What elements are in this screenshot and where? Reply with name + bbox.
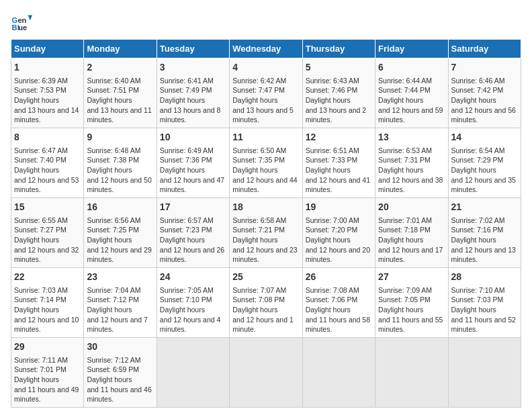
calendar-cell: 16Sunrise: 6:56 AMSunset: 7:25 PMDayligh… — [84, 198, 157, 268]
calendar-cell: 13Sunrise: 6:53 AMSunset: 7:31 PMDayligh… — [375, 128, 448, 198]
day-number: 22 — [14, 271, 81, 284]
day-number: 3 — [160, 61, 226, 75]
calendar-cell: 24Sunrise: 7:05 AMSunset: 7:10 PMDayligh… — [157, 268, 229, 338]
cell-content: Sunrise: 7:05 AMSunset: 7:10 PMDaylight … — [160, 285, 226, 334]
day-number: 25 — [232, 271, 299, 284]
cell-content: Sunrise: 6:47 AMSunset: 7:40 PMDaylight … — [14, 146, 81, 195]
day-number: 14 — [451, 131, 518, 144]
calendar-cell: 5Sunrise: 6:43 AMSunset: 7:46 PMDaylight… — [302, 58, 375, 128]
calendar-cell: 29Sunrise: 7:11 AMSunset: 7:01 PMDayligh… — [11, 338, 84, 408]
cell-content: Sunrise: 7:10 AMSunset: 7:03 PMDaylight … — [451, 285, 518, 334]
calendar-cell — [448, 338, 521, 408]
svg-text:ue: ue — [18, 24, 27, 32]
calendar-cell — [157, 338, 229, 408]
column-header-monday: Monday — [84, 40, 157, 58]
day-number: 29 — [14, 340, 81, 354]
cell-content: Sunrise: 6:39 AMSunset: 7:53 PMDaylight … — [14, 76, 81, 125]
calendar-week-1: 1Sunrise: 6:39 AMSunset: 7:53 PMDaylight… — [11, 58, 521, 128]
cell-content: Sunrise: 6:48 AMSunset: 7:38 PMDaylight … — [87, 146, 153, 195]
calendar-table: SundayMondayTuesdayWednesdayThursdayFrid… — [11, 39, 521, 408]
column-header-saturday: Saturday — [448, 40, 521, 58]
cell-content: Sunrise: 7:03 AMSunset: 7:14 PMDaylight … — [14, 285, 81, 334]
day-number: 2 — [87, 61, 153, 75]
day-number: 30 — [87, 340, 153, 354]
calendar-cell: 20Sunrise: 7:01 AMSunset: 7:18 PMDayligh… — [375, 198, 448, 268]
day-number: 20 — [378, 201, 445, 214]
day-number: 11 — [232, 131, 299, 144]
day-number: 4 — [232, 61, 299, 75]
day-number: 10 — [160, 131, 226, 144]
day-number: 23 — [87, 271, 153, 284]
cell-content: Sunrise: 7:00 AMSunset: 7:20 PMDaylight … — [306, 216, 372, 265]
day-number: 26 — [306, 271, 372, 284]
calendar-cell: 2Sunrise: 6:40 AMSunset: 7:51 PMDaylight… — [84, 58, 157, 128]
calendar-cell — [302, 338, 375, 408]
day-number: 17 — [160, 201, 226, 214]
cell-content: Sunrise: 6:50 AMSunset: 7:35 PMDaylight … — [232, 146, 299, 195]
svg-text:G: G — [12, 16, 18, 24]
page-header: G en Bl ue — [11, 11, 521, 32]
day-number: 21 — [451, 201, 518, 214]
column-header-friday: Friday — [375, 40, 448, 58]
calendar-cell — [375, 338, 448, 408]
day-number: 27 — [378, 271, 445, 284]
calendar-cell: 9Sunrise: 6:48 AMSunset: 7:38 PMDaylight… — [84, 128, 157, 198]
calendar-cell: 8Sunrise: 6:47 AMSunset: 7:40 PMDaylight… — [11, 128, 84, 198]
calendar-cell: 23Sunrise: 7:04 AMSunset: 7:12 PMDayligh… — [84, 268, 157, 338]
calendar-cell: 30Sunrise: 7:12 AMSunset: 6:59 PMDayligh… — [84, 338, 157, 408]
calendar-week-5: 29Sunrise: 7:11 AMSunset: 7:01 PMDayligh… — [11, 338, 521, 408]
calendar-cell: 19Sunrise: 7:00 AMSunset: 7:20 PMDayligh… — [302, 198, 375, 268]
cell-content: Sunrise: 6:58 AMSunset: 7:21 PMDaylight … — [232, 216, 299, 265]
day-number: 8 — [14, 131, 81, 144]
calendar-cell: 7Sunrise: 6:46 AMSunset: 7:42 PMDaylight… — [448, 58, 521, 128]
calendar-header-row: SundayMondayTuesdayWednesdayThursdayFrid… — [11, 40, 521, 58]
column-header-thursday: Thursday — [302, 40, 375, 58]
calendar-cell: 3Sunrise: 6:41 AMSunset: 7:49 PMDaylight… — [157, 58, 229, 128]
day-number: 28 — [451, 271, 518, 284]
day-number: 15 — [14, 201, 81, 214]
calendar-week-3: 15Sunrise: 6:55 AMSunset: 7:27 PMDayligh… — [11, 198, 521, 268]
column-header-wednesday: Wednesday — [230, 40, 302, 58]
day-number: 19 — [306, 201, 372, 214]
cell-content: Sunrise: 6:54 AMSunset: 7:29 PMDaylight … — [451, 146, 518, 195]
day-number: 7 — [451, 61, 518, 75]
day-number: 6 — [378, 61, 445, 75]
calendar-cell: 1Sunrise: 6:39 AMSunset: 7:53 PMDaylight… — [11, 58, 84, 128]
cell-content: Sunrise: 7:11 AMSunset: 7:01 PMDaylight … — [14, 355, 81, 404]
calendar-cell: 11Sunrise: 6:50 AMSunset: 7:35 PMDayligh… — [230, 128, 302, 198]
calendar-cell: 6Sunrise: 6:44 AMSunset: 7:44 PMDaylight… — [375, 58, 448, 128]
calendar-week-2: 8Sunrise: 6:47 AMSunset: 7:40 PMDaylight… — [11, 128, 521, 198]
calendar-cell: 21Sunrise: 7:02 AMSunset: 7:16 PMDayligh… — [448, 198, 521, 268]
cell-content: Sunrise: 7:01 AMSunset: 7:18 PMDaylight … — [378, 216, 445, 265]
cell-content: Sunrise: 6:42 AMSunset: 7:47 PMDaylight … — [232, 76, 299, 125]
cell-content: Sunrise: 6:40 AMSunset: 7:51 PMDaylight … — [87, 76, 153, 125]
column-header-sunday: Sunday — [11, 40, 84, 58]
calendar-cell: 14Sunrise: 6:54 AMSunset: 7:29 PMDayligh… — [448, 128, 521, 198]
day-number: 12 — [306, 131, 372, 144]
calendar-cell: 26Sunrise: 7:08 AMSunset: 7:06 PMDayligh… — [302, 268, 375, 338]
calendar-cell: 4Sunrise: 6:42 AMSunset: 7:47 PMDaylight… — [230, 58, 302, 128]
cell-content: Sunrise: 6:43 AMSunset: 7:46 PMDaylight … — [306, 76, 372, 125]
calendar-cell: 25Sunrise: 7:07 AMSunset: 7:08 PMDayligh… — [230, 268, 302, 338]
calendar-cell: 10Sunrise: 6:49 AMSunset: 7:36 PMDayligh… — [157, 128, 229, 198]
day-number: 5 — [306, 61, 372, 75]
calendar-cell: 28Sunrise: 7:10 AMSunset: 7:03 PMDayligh… — [448, 268, 521, 338]
cell-content: Sunrise: 7:04 AMSunset: 7:12 PMDaylight … — [87, 285, 153, 334]
column-header-tuesday: Tuesday — [157, 40, 229, 58]
calendar-week-4: 22Sunrise: 7:03 AMSunset: 7:14 PMDayligh… — [11, 268, 521, 338]
cell-content: Sunrise: 6:56 AMSunset: 7:25 PMDaylight … — [87, 216, 153, 265]
cell-content: Sunrise: 7:12 AMSunset: 6:59 PMDaylight … — [87, 355, 153, 404]
logo: G en Bl ue — [11, 11, 35, 32]
calendar-cell: 27Sunrise: 7:09 AMSunset: 7:05 PMDayligh… — [375, 268, 448, 338]
cell-content: Sunrise: 6:41 AMSunset: 7:49 PMDaylight … — [160, 76, 226, 125]
cell-content: Sunrise: 7:09 AMSunset: 7:05 PMDaylight … — [378, 285, 445, 334]
calendar-cell: 15Sunrise: 6:55 AMSunset: 7:27 PMDayligh… — [11, 198, 84, 268]
day-number: 16 — [87, 201, 153, 214]
cell-content: Sunrise: 7:08 AMSunset: 7:06 PMDaylight … — [306, 285, 372, 334]
cell-content: Sunrise: 6:51 AMSunset: 7:33 PMDaylight … — [306, 146, 372, 195]
svg-text:en: en — [17, 16, 26, 24]
calendar-cell: 17Sunrise: 6:57 AMSunset: 7:23 PMDayligh… — [157, 198, 229, 268]
cell-content: Sunrise: 7:07 AMSunset: 7:08 PMDaylight … — [232, 285, 299, 334]
day-number: 13 — [378, 131, 445, 144]
calendar-cell: 12Sunrise: 6:51 AMSunset: 7:33 PMDayligh… — [302, 128, 375, 198]
